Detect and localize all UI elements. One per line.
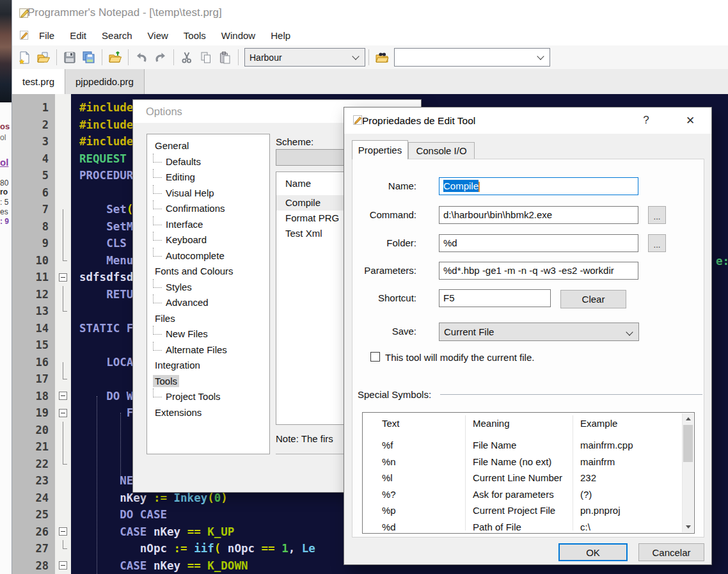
toolbar-separator [238, 49, 239, 65]
line-number: 7 [12, 201, 55, 218]
fold-collapse-box[interactable] [59, 527, 67, 536]
options-dialog-title: Options [146, 106, 182, 118]
indent-guide [97, 396, 97, 574]
shortcut-field[interactable]: F5 [439, 289, 551, 307]
menu-item-tools[interactable]: Tools [176, 28, 214, 44]
save-all-icon[interactable] [80, 49, 98, 67]
tree-item-defaults[interactable]: Defaults [147, 154, 269, 170]
fold-line-end [63, 548, 67, 549]
menu-item-file[interactable]: File [31, 28, 62, 44]
background-text-fragment: : 9 [0, 217, 9, 226]
tree-item-extensions[interactable]: Extensions [147, 405, 269, 421]
tree-item-editing[interactable]: Editing [147, 170, 269, 186]
scheme-combo[interactable]: Harbour [244, 48, 365, 67]
tree-item-autocomplete[interactable]: Autocomplete [147, 248, 269, 264]
line-number: 13 [12, 303, 55, 320]
symbols-cell: c:\ [580, 522, 590, 532]
background-window-strip: osolol80ro: 5es: 9 [0, 0, 12, 574]
options-category-tree[interactable]: GeneralDefaultsEditingVisual HelpConfirm… [146, 134, 270, 454]
menu-item-edit[interactable]: Edit [62, 28, 94, 44]
folder-browse-button[interactable]: ... [648, 234, 666, 252]
tree-item-keyboard[interactable]: Keyboard [147, 232, 269, 248]
tree-item-integration[interactable]: Integration [147, 358, 269, 374]
tree-item-fonts-and-colours[interactable]: Fonts and Colours [147, 264, 269, 280]
tree-item-interface[interactable]: Interface [147, 217, 269, 233]
indent-guide [120, 413, 121, 484]
modify-file-checkbox[interactable] [370, 352, 380, 362]
scroll-down-icon[interactable] [683, 522, 693, 532]
code-fragment-right-edge: e: [716, 253, 728, 270]
table-scrollbar[interactable] [682, 413, 693, 532]
line-number: 22 [12, 456, 55, 473]
fold-line-end [63, 311, 67, 312]
fold-collapse-box[interactable] [59, 409, 67, 417]
tree-item-advanced[interactable]: Advanced [147, 295, 269, 311]
menu-item-help[interactable]: Help [263, 28, 298, 44]
redo-icon[interactable] [152, 49, 170, 67]
scroll-up-icon[interactable] [683, 413, 693, 424]
tab-pjppedido.prg[interactable]: pjppedido.prg [65, 69, 145, 94]
symbols-cell: %f [382, 440, 393, 450]
copy-icon[interactable] [197, 49, 215, 67]
app-icon [18, 6, 31, 22]
open-folder-icon[interactable] [106, 49, 124, 67]
help-button[interactable]: ? [633, 108, 660, 133]
tree-item-project-tools[interactable]: Project Tools [147, 389, 269, 405]
symbols-cell: Current Line Number [473, 472, 562, 483]
folder-field[interactable]: %d [439, 234, 638, 252]
tree-item-visual-help[interactable]: Visual Help [147, 186, 269, 202]
background-text-fragment: os [0, 122, 10, 131]
tool-dialog-titlebar[interactable]: Propriedades de Edit Tool ? ✕ [344, 108, 711, 134]
tree-elbow [153, 279, 162, 288]
command-field[interactable]: d:\harbour\bin\hbmk2.exe [439, 206, 638, 224]
parameters-field[interactable]: %d*.hbp -ge1 -m -n -q -w3 -es2 -workdir [439, 262, 638, 280]
tree-item-confirmations[interactable]: Confirmations [147, 201, 269, 217]
scheme-label: Scheme: [276, 136, 313, 147]
save-dropdown[interactable]: Current File [439, 323, 639, 341]
symbols-cell: mainfrm.cpp [580, 440, 633, 450]
new-file-icon[interactable] [15, 49, 33, 67]
fold-collapse-box[interactable] [59, 392, 67, 400]
tab-test.prg[interactable]: test.prg [12, 69, 65, 94]
menu-item-search[interactable]: Search [94, 28, 140, 44]
chevron-down-icon [352, 52, 359, 60]
tree-item-files[interactable]: Files [147, 311, 269, 327]
menu-bar: FileEditSearchViewToolsWindowHelp [12, 26, 728, 45]
cancel-button[interactable]: Cancelar [638, 543, 704, 561]
save-icon[interactable] [61, 49, 79, 67]
tree-item-tools[interactable]: Tools [147, 374, 269, 390]
toolbar-separator [102, 49, 102, 65]
command-browse-button[interactable]: ... [648, 206, 666, 224]
symbols-cell: pn.pnproj [580, 505, 621, 516]
background-text-fragment: es [0, 207, 8, 216]
tab-properties[interactable]: Properties [352, 140, 408, 159]
special-symbols-table[interactable]: TextMeaningExample%fFile Namemainfrm.cpp… [362, 412, 695, 534]
menu-item-view[interactable]: View [140, 28, 176, 44]
tree-item-alternate-files[interactable]: Alternate Files [147, 342, 269, 358]
find-in-files-icon[interactable] [373, 49, 391, 67]
command-label: Command: [351, 206, 416, 224]
line-number: 15 [12, 337, 55, 354]
tree-item-styles[interactable]: Styles [147, 280, 269, 296]
tree-elbow [153, 169, 162, 178]
open-file-icon[interactable] [35, 49, 52, 67]
undo-icon[interactable] [132, 49, 150, 67]
background-text-fragment: ol [0, 157, 8, 168]
symbols-cell: %p [382, 505, 396, 516]
folder-label: Folder: [351, 234, 416, 252]
tab-console-io[interactable]: Console I/O [408, 142, 475, 159]
menu-item-window[interactable]: Window [214, 28, 263, 44]
clear-button[interactable]: Clear [560, 290, 626, 308]
name-field[interactable]: Compile [439, 177, 638, 195]
symbols-cell: mainfrm [580, 456, 615, 467]
scrollbar-thumb[interactable] [683, 425, 693, 462]
ok-button[interactable]: OK [558, 543, 628, 561]
tree-item-general[interactable]: General [147, 138, 269, 154]
close-icon[interactable]: ✕ [677, 108, 704, 133]
cut-icon[interactable] [178, 49, 196, 67]
tree-item-new-files[interactable]: New Files [147, 326, 269, 342]
search-text-combo[interactable] [394, 48, 550, 67]
paste-icon[interactable] [216, 49, 234, 67]
fold-collapse-box[interactable] [59, 273, 67, 282]
fold-collapse-box[interactable] [59, 561, 67, 570]
